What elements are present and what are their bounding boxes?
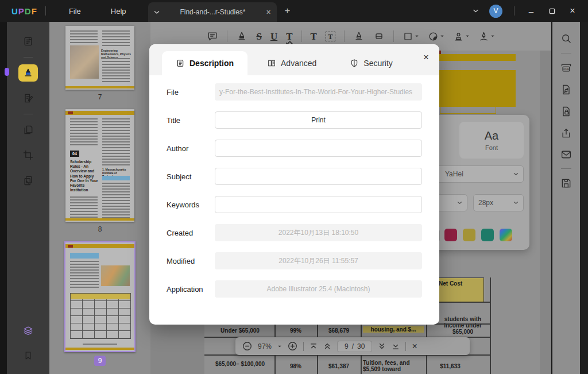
keywords-field[interactable] <box>215 196 422 213</box>
color-swatch-yellow[interactable] <box>463 229 475 241</box>
layers-icon[interactable] <box>18 322 38 339</box>
stamp-icon[interactable] <box>453 31 470 42</box>
table-header-net-cost: Net Cost <box>435 277 484 303</box>
tab-close-icon[interactable]: × <box>266 7 270 17</box>
divider <box>393 30 394 42</box>
thumb-highlighted-text <box>102 176 130 180</box>
search-icon[interactable] <box>560 33 572 44</box>
thumb-text-lines <box>102 118 130 167</box>
pencil-icon[interactable] <box>353 30 365 42</box>
share-icon[interactable] <box>560 128 572 139</box>
font-card[interactable]: Aa Font <box>459 122 524 159</box>
underline-icon[interactable]: U <box>270 32 277 41</box>
subject-field[interactable] <box>215 168 422 185</box>
account-chevron-icon[interactable] <box>473 9 479 13</box>
title-field[interactable] <box>215 111 422 129</box>
zoom-level[interactable]: 97% <box>258 342 272 350</box>
eraser-icon[interactable] <box>373 30 385 42</box>
application-field: Adobe Illustrator 25.4 (Macintosh) <box>215 280 422 298</box>
last-page-icon[interactable] <box>392 343 400 350</box>
logo-letter: D <box>25 6 32 16</box>
tab-advanced[interactable]: Advanced <box>253 51 330 75</box>
highlight-icon[interactable] <box>236 30 247 42</box>
created-value: 2022年10月13日 18:10:50 <box>278 228 358 238</box>
zoom-caret-icon[interactable] <box>277 345 282 348</box>
page-thumbnail-7[interactable]: Engineering Mathematics, Physics and Sci… <box>65 26 134 90</box>
document-tab[interactable]: Find-and-...r-Studies* × <box>148 2 277 22</box>
title-bar: UPDF File Help Find-and-...r-Studies* × … <box>0 0 588 22</box>
current-page[interactable]: 9 <box>345 342 349 350</box>
page-number-box[interactable]: 9 / 30 <box>337 341 372 352</box>
tab-description[interactable]: Description <box>162 51 247 75</box>
zoom-in-icon[interactable] <box>288 341 297 351</box>
maximize-button[interactable] <box>547 8 557 14</box>
minimize-button[interactable]: – <box>526 6 536 16</box>
shapes-icon[interactable] <box>403 31 419 42</box>
table-cell: $11,633 <box>427 363 473 369</box>
menu-help[interactable]: Help <box>96 7 141 16</box>
sticker-icon[interactable] <box>428 31 444 42</box>
next-page-icon[interactable] <box>378 342 386 350</box>
extract-pages-icon[interactable] <box>18 172 38 189</box>
comment-tool-icon[interactable] <box>18 64 38 82</box>
add-text-icon[interactable]: T <box>311 32 317 41</box>
table-cell: 99% <box>274 327 317 334</box>
crop-pages-icon[interactable] <box>18 146 38 164</box>
convert-icon[interactable] <box>560 84 572 95</box>
dialog-body: File y-For-the-Best-Institutes-In-The-Wo… <box>149 75 439 298</box>
chevron-down-icon[interactable] <box>154 10 160 14</box>
description-tab-icon <box>176 59 185 68</box>
font-family-select[interactable]: YaHei <box>431 165 524 183</box>
field-row-file: File y-For-the-Best-Institutes-In-The-Wo… <box>167 83 422 101</box>
mail-icon[interactable] <box>560 149 572 160</box>
tab-label: Description <box>189 59 234 68</box>
save-icon[interactable] <box>560 178 572 189</box>
thumb-logo-mark <box>68 245 73 248</box>
author-field[interactable] <box>215 140 422 157</box>
dialog-close-icon[interactable]: × <box>423 52 429 62</box>
font-size-value: 28px <box>478 199 493 207</box>
table-cell-income-note: students with income under $65,000 <box>435 316 491 335</box>
previous-page-icon[interactable] <box>323 342 331 350</box>
chevron-down-icon <box>513 172 519 176</box>
divider <box>24 114 33 114</box>
comment-icon[interactable] <box>207 30 218 42</box>
reader-mode-icon[interactable] <box>18 33 38 50</box>
page-thumbnail-8[interactable]: 04 Scholarship Rules - An Overview and H… <box>65 109 134 221</box>
window-close-button[interactable]: × <box>567 6 578 16</box>
avatar[interactable]: V <box>489 5 502 18</box>
font-family-value: YaHei <box>436 170 463 178</box>
signature-icon[interactable] <box>478 31 495 42</box>
thumb-text-lines <box>102 183 130 218</box>
close-zoombar-icon[interactable]: × <box>412 341 417 352</box>
menu-file[interactable]: File <box>54 7 96 16</box>
page-thumbnail-9-selected[interactable] <box>64 241 136 353</box>
page-number-9: 9 <box>94 356 106 366</box>
text-box-icon[interactable]: T <box>326 32 335 41</box>
font-size-select[interactable]: 28px <box>473 194 524 211</box>
field-row-author: Author <box>167 140 422 157</box>
table-cell: $68,679 <box>317 327 361 334</box>
new-tab-button[interactable]: + <box>285 5 291 17</box>
chevron-down-icon <box>457 201 462 205</box>
page-separator: / <box>352 342 354 350</box>
first-page-icon[interactable] <box>310 343 318 350</box>
divider <box>303 342 304 351</box>
color-swatch-crimson[interactable] <box>444 229 457 241</box>
strikethrough-icon[interactable]: S <box>256 32 261 41</box>
tab-label: Advanced <box>281 59 316 68</box>
organize-pages-icon[interactable] <box>18 121 38 138</box>
color-swatch-teal[interactable] <box>481 229 494 241</box>
table-cell: $61,387 <box>317 363 361 369</box>
page-header-bar <box>438 54 516 61</box>
zoom-out-icon[interactable] <box>242 341 252 351</box>
dialog-tab-strip: Description Advanced Security × <box>149 44 439 75</box>
color-swatch-rainbow[interactable] <box>500 229 512 241</box>
squiggly-underline-icon[interactable]: T <box>286 32 292 41</box>
protect-icon[interactable] <box>560 106 572 117</box>
edit-pdf-icon[interactable] <box>18 90 38 107</box>
bookmark-icon[interactable] <box>18 347 38 364</box>
tab-security[interactable]: Security <box>336 51 407 75</box>
divider <box>301 30 302 42</box>
ocr-icon[interactable]: OCR <box>560 62 572 74</box>
